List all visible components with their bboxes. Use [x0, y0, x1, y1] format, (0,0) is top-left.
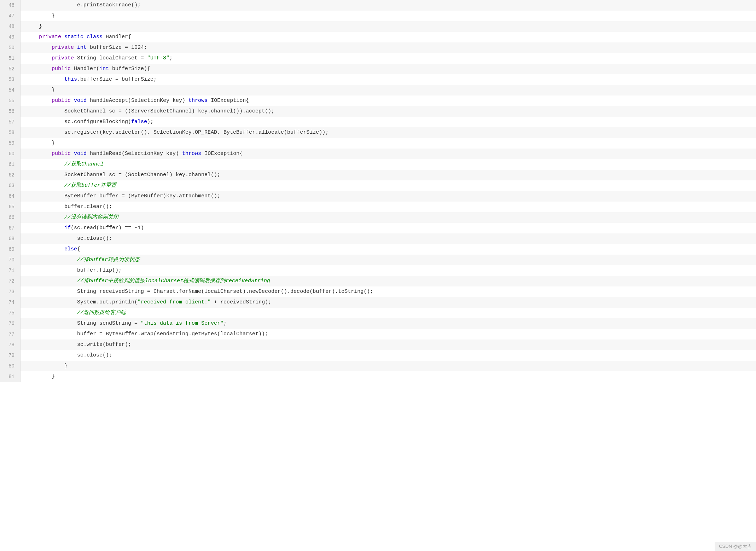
- code-token: }: [26, 140, 55, 146]
- code-token: SocketChannel sc = ((ServerSocketChannel…: [26, 108, 274, 114]
- line-number: 75: [0, 308, 21, 318]
- line-content: //将buffer转换为读状态: [21, 255, 756, 265]
- code-token: ;: [223, 320, 227, 326]
- line-number: 61: [0, 159, 21, 170]
- line-content: //没有读到内容则关闭: [21, 212, 756, 223]
- line-content: sc.configureBlocking(false);: [21, 117, 756, 127]
- line-number: 51: [0, 53, 21, 64]
- code-container: 46 e.printStackTrace();47 }48 }49 privat…: [0, 0, 756, 551]
- code-token: IOException{: [208, 98, 249, 104]
- line-content: SocketChannel sc = (SocketChannel) key.c…: [21, 170, 756, 180]
- line-number: 53: [0, 74, 21, 85]
- code-token: [26, 246, 64, 252]
- code-token: this: [64, 76, 77, 82]
- line-content: }: [21, 138, 756, 149]
- table-row: 67 if(sc.read(buffer) == -1): [0, 223, 756, 233]
- line-content: SocketChannel sc = ((ServerSocketChannel…: [21, 106, 756, 117]
- line-number: 49: [0, 32, 21, 42]
- code-token: //将buffer中接收到的值按localCharset格式编码后保存到rece…: [77, 278, 270, 284]
- line-number: 65: [0, 202, 21, 212]
- line-number: 73: [0, 286, 21, 297]
- line-content: String receivedString = Charset.forName(…: [21, 286, 756, 297]
- table-row: 57 sc.configureBlocking(false);: [0, 117, 756, 127]
- line-number: 59: [0, 138, 21, 149]
- code-token: [26, 310, 77, 316]
- table-row: 66 //没有读到内容则关闭: [0, 212, 756, 223]
- line-content: public Handler(int bufferSize){: [21, 64, 756, 74]
- table-row: 58 sc.register(key.selector(), Selection…: [0, 127, 756, 138]
- code-token: [26, 182, 64, 188]
- table-row: 62 SocketChannel sc = (SocketChannel) ke…: [0, 170, 756, 180]
- code-token: false: [131, 119, 147, 125]
- table-row: 69 else{: [0, 244, 756, 255]
- code-token: IOException{: [201, 151, 243, 157]
- line-content: sc.close();: [21, 350, 756, 361]
- line-content: ByteBuffer buffer = (ByteBuffer)key.atta…: [21, 191, 756, 202]
- line-number: 79: [0, 350, 21, 361]
- line-content: this.bufferSize = bufferSize;: [21, 74, 756, 85]
- line-number: 80: [0, 361, 21, 371]
- line-number: 71: [0, 265, 21, 276]
- table-row: 80 }: [0, 361, 756, 371]
- code-token: [26, 76, 64, 82]
- line-number: 50: [0, 42, 21, 53]
- code-token: else: [64, 246, 77, 252]
- line-content: buffer.flip();: [21, 265, 756, 276]
- code-token: [83, 34, 87, 40]
- code-token: Handler{: [103, 34, 131, 40]
- line-number: 74: [0, 297, 21, 308]
- code-token: [26, 151, 52, 157]
- code-token: {: [77, 246, 80, 252]
- code-token: }: [26, 23, 42, 29]
- table-row: 46 e.printStackTrace();: [0, 0, 756, 11]
- code-token: [26, 225, 64, 231]
- code-token: }: [26, 13, 55, 19]
- table-row: 75 //返回数据给客户端: [0, 308, 756, 318]
- table-row: 56 SocketChannel sc = ((ServerSocketChan…: [0, 106, 756, 117]
- table-row: 76 String sendString = "this data is fro…: [0, 318, 756, 329]
- code-token: String receivedString = Charset.forName(…: [26, 289, 373, 295]
- code-token: void: [74, 98, 87, 104]
- table-row: 61 //获取Channel: [0, 159, 756, 170]
- code-token: public: [52, 66, 71, 72]
- code-token: }: [26, 363, 68, 369]
- line-number: 56: [0, 106, 21, 117]
- line-content: }: [21, 85, 756, 95]
- code-token: throws: [188, 98, 208, 104]
- line-content: sc.close();: [21, 233, 756, 244]
- code-token: [26, 55, 52, 61]
- table-row: 74 System.out.println("received from cli…: [0, 297, 756, 308]
- line-number: 70: [0, 255, 21, 265]
- line-number: 48: [0, 21, 21, 32]
- code-token: [26, 45, 52, 51]
- code-token: throws: [182, 151, 201, 157]
- line-content: }: [21, 21, 756, 32]
- code-token: public: [52, 151, 71, 157]
- code-token: ;: [169, 55, 173, 61]
- code-token: bufferSize = 1024;: [87, 45, 147, 51]
- line-content: buffer = ByteBuffer.wrap(sendString.getB…: [21, 329, 756, 340]
- line-number: 54: [0, 85, 21, 95]
- code-token: e.printStackTrace();: [26, 2, 141, 8]
- line-content: private static class Handler{: [21, 32, 756, 42]
- table-row: 59 }: [0, 138, 756, 149]
- code-token: sc.write(buffer);: [26, 342, 131, 348]
- code-token: if: [64, 225, 71, 231]
- line-number: 62: [0, 170, 21, 180]
- code-token: //没有读到内容则关闭: [64, 214, 118, 220]
- line-content: String sendString = "this data is from S…: [21, 318, 756, 329]
- code-token: private: [39, 34, 61, 40]
- table-row: 52 public Handler(int bufferSize){: [0, 64, 756, 74]
- code-token: Handler(: [71, 66, 99, 72]
- line-number: 63: [0, 180, 21, 191]
- code-token: [26, 214, 64, 220]
- line-content: e.printStackTrace();: [21, 0, 756, 11]
- code-token: SocketChannel sc = (SocketChannel) key.c…: [26, 172, 220, 178]
- code-token: [61, 34, 64, 40]
- table-row: 70 //将buffer转换为读状态: [0, 255, 756, 265]
- table-row: 71 buffer.flip();: [0, 265, 756, 276]
- code-token: ByteBuffer buffer = (ByteBuffer)key.atta…: [26, 193, 220, 199]
- table-row: 81 }: [0, 371, 756, 382]
- code-token: public: [52, 98, 71, 104]
- code-token: [71, 98, 74, 104]
